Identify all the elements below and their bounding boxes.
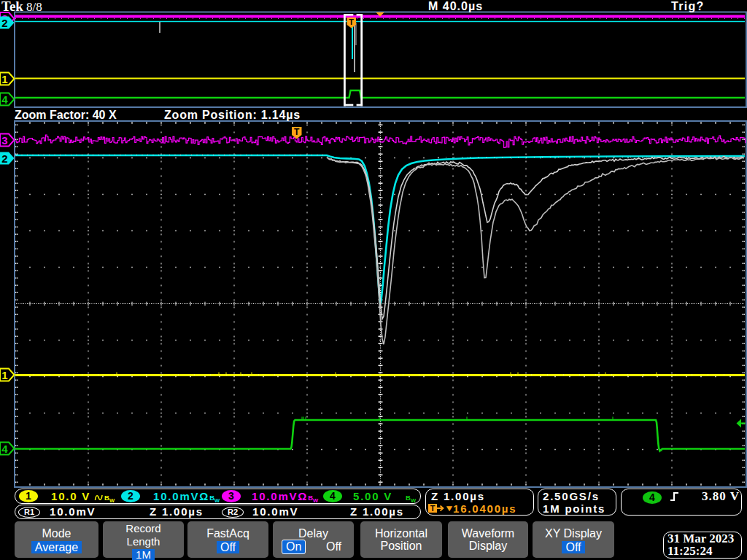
svg-text:2: 2 xyxy=(1,17,7,29)
svg-text:1: 1 xyxy=(1,369,7,381)
svg-text:3: 3 xyxy=(1,134,7,147)
svg-text:4: 4 xyxy=(1,443,8,455)
svg-text:T: T xyxy=(294,127,300,137)
svg-text:2: 2 xyxy=(1,152,7,165)
svg-text:4: 4 xyxy=(1,93,8,106)
svg-text:T: T xyxy=(349,18,354,26)
svg-text:1: 1 xyxy=(1,73,7,85)
